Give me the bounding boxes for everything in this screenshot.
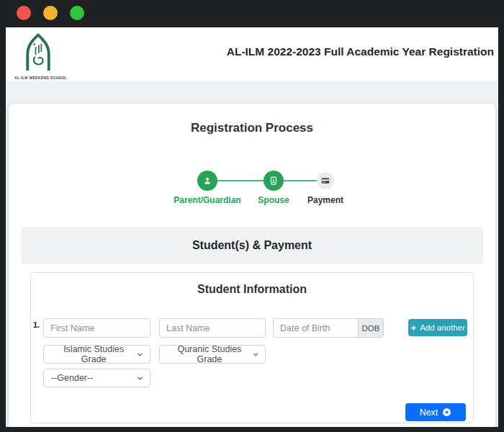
step-label-payment: Payment xyxy=(307,195,343,205)
chevron-down-icon xyxy=(136,374,144,382)
first-name-input[interactable] xyxy=(43,318,150,338)
registration-card: Registration Process xyxy=(9,104,495,427)
add-another-button[interactable]: Add another xyxy=(408,319,467,336)
credit-card-icon xyxy=(320,176,330,186)
school-logo: AL-ILM WEEKEND SCHOOL xyxy=(14,32,62,80)
quranic-studies-grade-value: Quranic Studies Grade xyxy=(167,344,252,364)
chevron-down-icon xyxy=(252,351,259,359)
last-name-input[interactable] xyxy=(159,318,266,338)
chevron-down-icon xyxy=(136,351,144,359)
date-of-birth-input[interactable] xyxy=(273,318,358,338)
process-title: Registration Process xyxy=(9,121,495,135)
step-connector xyxy=(284,180,317,181)
step-parent-guardian[interactable] xyxy=(197,171,217,191)
close-button[interactable] xyxy=(17,6,31,20)
islamic-studies-grade-value: Islamic Studies Grade xyxy=(51,344,136,364)
step-payment[interactable] xyxy=(317,172,334,189)
form-title: Student Information xyxy=(31,283,473,296)
student-information-panel: Student Information 1. DOB Add another I… xyxy=(30,272,474,423)
minimize-button[interactable] xyxy=(43,6,58,20)
section-title: Student(s) & Payment xyxy=(192,239,312,252)
dob-addon-label: DOB xyxy=(358,318,384,338)
app-window: { "window": { "buttons": [ { "name": "cl… xyxy=(0,0,504,432)
step-connector xyxy=(217,180,264,181)
add-another-label: Add another xyxy=(420,323,465,332)
student-row-number: 1. xyxy=(33,320,40,329)
next-button[interactable]: Next xyxy=(405,403,466,421)
maximize-button[interactable] xyxy=(70,6,84,20)
section-header: Student(s) & Payment xyxy=(22,228,482,264)
gender-select[interactable]: --Gender-- xyxy=(43,369,150,387)
page-title: AL-ILM 2022-2023 Full Academic Year Regi… xyxy=(227,45,494,58)
step-label-spouse: Spouse xyxy=(258,195,289,205)
arrow-right-circle-icon xyxy=(442,408,451,417)
person-icon xyxy=(202,176,212,186)
mosque-arch-logo-icon xyxy=(19,32,57,72)
date-of-birth-group: DOB xyxy=(273,318,384,338)
quranic-studies-grade-select[interactable]: Quranic Studies Grade xyxy=(159,345,266,364)
gender-value: --Gender-- xyxy=(51,373,93,383)
plus-icon xyxy=(410,325,417,331)
step-label-parent-guardian: Parent/Guardian xyxy=(174,195,240,205)
app-header: AL-ILM WEEKEND SCHOOL AL-ILM 2022-2023 F… xyxy=(6,27,498,81)
registration-page: AL-ILM WEEKEND SCHOOL AL-ILM 2022-2023 F… xyxy=(6,27,498,427)
logo-caption: AL-ILM WEEKEND SCHOOL xyxy=(14,76,62,80)
step-spouse[interactable] xyxy=(264,171,284,191)
id-card-icon xyxy=(269,176,279,186)
next-label: Next xyxy=(420,408,438,418)
islamic-studies-grade-select[interactable]: Islamic Studies Grade xyxy=(43,345,150,364)
